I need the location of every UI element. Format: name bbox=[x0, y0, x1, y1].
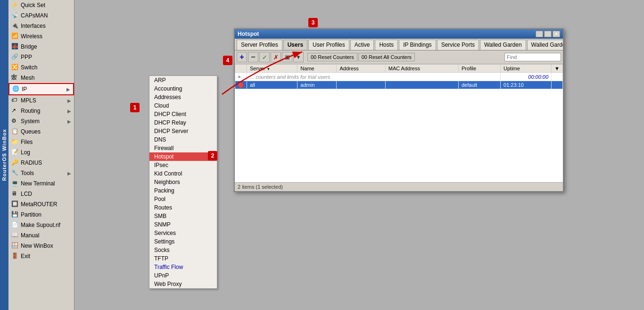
tab-service-ports[interactable]: Service Ports bbox=[437, 40, 479, 50]
sidebar-item-label: Mesh bbox=[21, 75, 34, 81]
submenu-accounting[interactable]: Accounting bbox=[149, 84, 217, 93]
sidebar-item-log[interactable]: 📝 Log bbox=[8, 147, 74, 158]
col-header-name[interactable]: Name bbox=[297, 65, 337, 73]
submenu-packing[interactable]: Packing bbox=[149, 186, 217, 195]
submenu-tftp[interactable]: TFTP bbox=[149, 254, 217, 263]
submenu-services[interactable]: Services bbox=[149, 229, 217, 237]
window-minimize-button[interactable]: _ bbox=[536, 31, 543, 37]
ip-icon: 🌐 bbox=[12, 85, 20, 93]
data-table: Server ▾ Name Address MAC Address Profil… bbox=[235, 64, 563, 89]
sidebar-item-routing[interactable]: ↗ Routing ▶ bbox=[8, 106, 74, 116]
submenu-hotspot[interactable]: Hotspot bbox=[149, 152, 217, 161]
submenu-dhcp-client[interactable]: DHCP Client bbox=[149, 110, 217, 118]
filter-button[interactable]: ▼ bbox=[293, 52, 304, 62]
sidebar-item-label: LCD bbox=[21, 191, 32, 197]
sidebar-item-radius[interactable]: 🔑 RADIUS bbox=[8, 158, 74, 168]
sidebar-item-lcd[interactable]: 🖥 LCD bbox=[8, 189, 74, 199]
reset-all-counters-label: 00 Reset All Counters bbox=[362, 54, 412, 60]
window-close-button[interactable]: ✕ bbox=[553, 31, 560, 37]
tab-walled-garden[interactable]: Walled Garden bbox=[480, 40, 526, 50]
tab-hosts[interactable]: Hosts bbox=[375, 40, 398, 50]
table-row[interactable]: ▸ ... counters and limits for trial user… bbox=[235, 73, 563, 81]
sidebar-item-capsman[interactable]: CAPsMAN bbox=[8, 10, 74, 21]
annotation-4: 4 bbox=[223, 56, 232, 65]
sidebar-item-ppp[interactable]: 🔗 PPP bbox=[8, 52, 74, 62]
sidebar-item-metarouter[interactable]: 🔲 MetaROUTER bbox=[8, 199, 74, 209]
submenu-snmp[interactable]: SNMP bbox=[149, 220, 217, 229]
find-input[interactable] bbox=[504, 53, 561, 61]
tab-user-profiles[interactable]: User Profiles bbox=[308, 40, 349, 50]
sidebar-item-system[interactable]: ⚙ System ▶ bbox=[8, 116, 74, 126]
system-arrow-icon: ▶ bbox=[67, 119, 71, 124]
submenu-dhcp-relay[interactable]: DHCP Relay bbox=[149, 118, 217, 127]
submenu-upnp[interactable]: UPnP bbox=[149, 271, 217, 280]
sidebar-item-queues[interactable]: 📋 Queues bbox=[8, 126, 74, 137]
col-header-indicator bbox=[235, 65, 247, 73]
sidebar-item-files[interactable]: 📁 Files bbox=[8, 137, 74, 147]
col-header-more[interactable]: ▼ bbox=[552, 65, 563, 73]
table-row[interactable]: 🔴 all admin default 01:23:10 bbox=[235, 81, 563, 89]
hotspot-window: Hotspot _ □ ✕ Server Profiles Users User… bbox=[234, 28, 564, 192]
sidebar-item-manual[interactable]: 📖 Manual bbox=[8, 230, 74, 241]
col-header-uptime[interactable]: Uptime bbox=[501, 65, 552, 73]
tab-active[interactable]: Active bbox=[350, 40, 374, 50]
tab-users[interactable]: Users bbox=[283, 40, 307, 50]
remove-button[interactable]: − bbox=[248, 52, 258, 62]
sidebar-item-label: Tools bbox=[21, 170, 34, 176]
sidebar-item-interfaces[interactable]: 🔌 Interfaces bbox=[8, 21, 74, 31]
sidebar-item-bridge[interactable]: 🌉 Bridge bbox=[8, 42, 74, 52]
submenu-neighbors[interactable]: Neighbors bbox=[149, 178, 217, 186]
sidebar-item-ip[interactable]: 🌐 IP ▶ bbox=[8, 83, 74, 95]
sidebar-item-label: Manual bbox=[21, 232, 39, 239]
sidebar-item-label: Interfaces bbox=[21, 23, 46, 29]
add-button[interactable]: + bbox=[237, 52, 247, 62]
col-header-address[interactable]: Address bbox=[337, 65, 385, 73]
submenu-cloud[interactable]: Cloud bbox=[149, 101, 217, 110]
winbox-label: RouterOS WinBox bbox=[0, 0, 8, 310]
window-title: Hotspot bbox=[238, 31, 259, 37]
col-header-server[interactable]: Server ▾ bbox=[247, 65, 297, 73]
window-maximize-button[interactable]: □ bbox=[544, 31, 552, 37]
address-cell bbox=[337, 81, 385, 89]
submenu-dhcp-server[interactable]: DHCP Server bbox=[149, 127, 217, 135]
profile-cell: default bbox=[459, 81, 501, 89]
submenu-firewall[interactable]: Firewall bbox=[149, 144, 217, 152]
submenu-arp[interactable]: ARP bbox=[149, 76, 217, 84]
sidebar-item-new-terminal[interactable]: 💻 New Terminal bbox=[8, 178, 74, 189]
submenu-addresses[interactable]: Addresses bbox=[149, 93, 217, 101]
submenu-dns[interactable]: DNS bbox=[149, 135, 217, 144]
sidebar-item-quickset[interactable]: Quick Set bbox=[8, 0, 74, 10]
sidebar-item-mpls[interactable]: 🏷 MPLS ▶ bbox=[8, 95, 74, 106]
sidebar-item-mesh[interactable]: 🕸 Mesh bbox=[8, 73, 74, 83]
submenu-settings[interactable]: Settings bbox=[149, 237, 217, 246]
reset-all-counters-button[interactable]: 00 Reset All Counters bbox=[358, 53, 415, 61]
server-cell: all bbox=[247, 81, 297, 89]
sidebar-item-wireless[interactable]: 📶 Wireless bbox=[8, 31, 74, 42]
sidebar-item-make-supout[interactable]: 📄 Make Supout.rif bbox=[8, 220, 74, 230]
sidebar-item-tools[interactable]: 🔧 Tools ▶ bbox=[8, 168, 74, 178]
sidebar-item-switch[interactable]: 🔀 Switch bbox=[8, 62, 74, 73]
sidebar-item-exit[interactable]: 🚪 Exit bbox=[8, 251, 74, 261]
col-header-profile[interactable]: Profile bbox=[459, 65, 501, 73]
sidebar-item-new-winbox[interactable]: 🪟 New WinBox bbox=[8, 241, 74, 251]
disable-button[interactable]: ✗ bbox=[271, 52, 281, 62]
submenu-pool[interactable]: Pool bbox=[149, 195, 217, 203]
enable-button[interactable]: ✓ bbox=[259, 52, 270, 62]
col-header-mac-address[interactable]: MAC Address bbox=[385, 65, 458, 73]
submenu-ipsec[interactable]: IPsec bbox=[149, 161, 217, 169]
routing-arrow-icon: ▶ bbox=[67, 109, 71, 114]
reset-counters-button[interactable]: 00 Reset Counters bbox=[307, 53, 357, 61]
submenu-socks[interactable]: Socks bbox=[149, 246, 217, 254]
submenu-web-proxy[interactable]: Web Proxy bbox=[149, 280, 217, 288]
tabs-row: Server Profiles Users User Profiles Acti… bbox=[235, 39, 563, 50]
tab-server-profiles[interactable]: Server Profiles bbox=[237, 40, 282, 50]
copy-button[interactable]: ▣ bbox=[282, 52, 292, 62]
tab-walled-garden-ip[interactable]: Walled Garden IP List bbox=[527, 40, 563, 50]
submenu-smb[interactable]: SMB bbox=[149, 212, 217, 220]
tab-ip-bindings[interactable]: IP Bindings bbox=[399, 40, 436, 50]
submenu-kid-control[interactable]: Kid Control bbox=[149, 169, 217, 178]
sidebar-item-label: Queues bbox=[21, 128, 41, 135]
sidebar-item-partition[interactable]: 💾 Partition bbox=[8, 209, 74, 220]
submenu-traffic-flow[interactable]: Traffic Flow bbox=[149, 263, 217, 271]
submenu-routes[interactable]: Routes bbox=[149, 203, 217, 212]
